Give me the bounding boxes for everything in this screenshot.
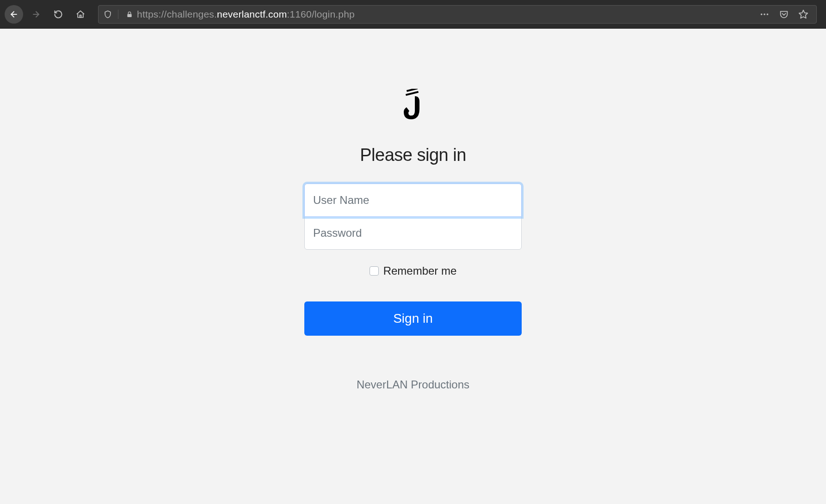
signin-button[interactable]: Sign in [304,301,522,336]
hook-icon [401,89,425,120]
arrow-left-icon [9,10,18,19]
star-icon [798,9,808,19]
url-domain: neverlanctf.com [217,9,287,19]
page-heading: Please sign in [360,145,466,165]
back-button[interactable] [5,5,23,24]
remember-label: Remember me [383,264,457,277]
bookmark-button[interactable] [795,6,812,23]
remember-row: Remember me [370,264,457,277]
svg-point-5 [764,13,765,15]
forward-button[interactable] [27,5,45,24]
username-input[interactable] [304,184,522,217]
svg-rect-2 [80,15,81,17]
shield-icon[interactable] [103,10,112,19]
browser-toolbar: https://challenges.neverlanctf.com:1160/… [0,0,826,29]
url-port-path: :1160/login.php [287,9,355,19]
url-protocol: https:// [137,9,167,19]
svg-marker-7 [799,10,808,18]
password-input[interactable] [304,216,522,250]
url-sub: challenges. [167,9,217,19]
page-content: Please sign in Remember me Sign in Never… [0,29,826,504]
logo [401,89,425,122]
footer-text: NeverLAN Productions [357,378,469,391]
url-bar-security-icons [103,10,118,19]
reload-icon [54,10,63,19]
svg-point-6 [767,13,769,15]
home-icon [76,10,85,19]
svg-rect-3 [127,14,131,17]
home-button[interactable] [71,5,90,24]
lock-icon [126,11,133,18]
url-bar-right-icons [752,6,812,23]
ellipsis-icon [759,9,770,19]
url-text: https://challenges.neverlanctf.com:1160/… [137,9,355,20]
pocket-icon [779,9,789,19]
reload-button[interactable] [49,5,68,24]
lock-icon-wrap[interactable] [126,11,133,18]
pocket-button[interactable] [776,6,792,23]
remember-checkbox[interactable] [370,266,379,276]
arrow-right-icon [31,10,41,19]
page-actions-button[interactable] [756,6,773,23]
signin-form: Please sign in Remember me Sign in Never… [304,89,522,504]
svg-point-4 [761,13,763,15]
url-bar[interactable]: https://challenges.neverlanctf.com:1160/… [98,5,817,24]
svg-rect-8 [407,89,418,92]
